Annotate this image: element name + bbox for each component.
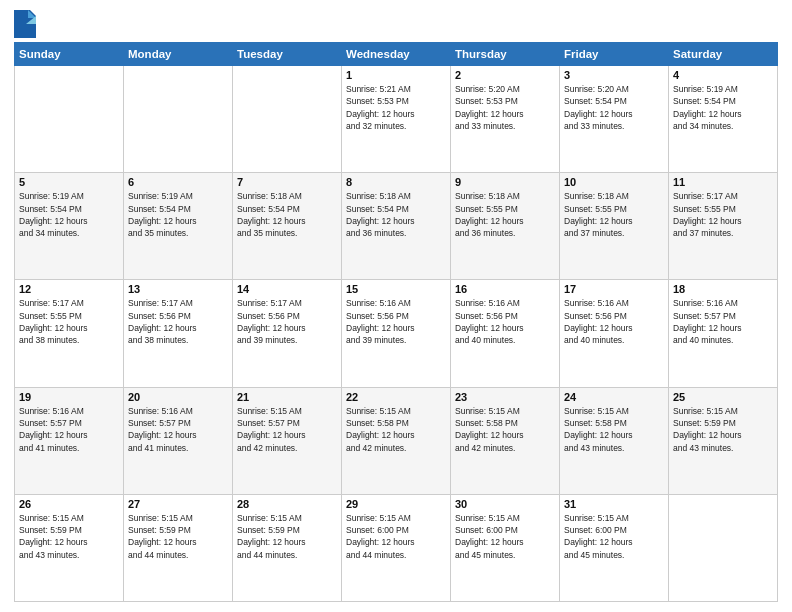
calendar-cell: 20Sunrise: 5:16 AM Sunset: 5:57 PM Dayli… — [124, 387, 233, 494]
day-number: 14 — [237, 283, 337, 295]
calendar-header-monday: Monday — [124, 43, 233, 66]
calendar-week-4: 19Sunrise: 5:16 AM Sunset: 5:57 PM Dayli… — [15, 387, 778, 494]
calendar-cell: 27Sunrise: 5:15 AM Sunset: 5:59 PM Dayli… — [124, 494, 233, 601]
day-info: Sunrise: 5:19 AM Sunset: 5:54 PM Dayligh… — [673, 83, 773, 132]
day-number: 25 — [673, 391, 773, 403]
calendar-cell: 5Sunrise: 5:19 AM Sunset: 5:54 PM Daylig… — [15, 173, 124, 280]
day-number: 7 — [237, 176, 337, 188]
day-number: 24 — [564, 391, 664, 403]
header — [14, 10, 778, 38]
calendar-cell: 22Sunrise: 5:15 AM Sunset: 5:58 PM Dayli… — [342, 387, 451, 494]
calendar-cell — [15, 66, 124, 173]
calendar-cell: 26Sunrise: 5:15 AM Sunset: 5:59 PM Dayli… — [15, 494, 124, 601]
day-number: 1 — [346, 69, 446, 81]
calendar-cell: 3Sunrise: 5:20 AM Sunset: 5:54 PM Daylig… — [560, 66, 669, 173]
calendar-cell — [669, 494, 778, 601]
calendar-header-tuesday: Tuesday — [233, 43, 342, 66]
day-number: 11 — [673, 176, 773, 188]
day-info: Sunrise: 5:15 AM Sunset: 6:00 PM Dayligh… — [564, 512, 664, 561]
day-number: 31 — [564, 498, 664, 510]
day-number: 22 — [346, 391, 446, 403]
day-info: Sunrise: 5:15 AM Sunset: 5:59 PM Dayligh… — [673, 405, 773, 454]
calendar-header-sunday: Sunday — [15, 43, 124, 66]
calendar-header-saturday: Saturday — [669, 43, 778, 66]
day-info: Sunrise: 5:20 AM Sunset: 5:54 PM Dayligh… — [564, 83, 664, 132]
day-number: 19 — [19, 391, 119, 403]
logo-icon — [14, 10, 36, 38]
day-number: 27 — [128, 498, 228, 510]
day-info: Sunrise: 5:21 AM Sunset: 5:53 PM Dayligh… — [346, 83, 446, 132]
day-info: Sunrise: 5:15 AM Sunset: 5:58 PM Dayligh… — [455, 405, 555, 454]
day-number: 28 — [237, 498, 337, 510]
calendar-week-1: 1Sunrise: 5:21 AM Sunset: 5:53 PM Daylig… — [15, 66, 778, 173]
calendar-header-friday: Friday — [560, 43, 669, 66]
calendar-week-5: 26Sunrise: 5:15 AM Sunset: 5:59 PM Dayli… — [15, 494, 778, 601]
calendar-cell: 10Sunrise: 5:18 AM Sunset: 5:55 PM Dayli… — [560, 173, 669, 280]
day-info: Sunrise: 5:17 AM Sunset: 5:55 PM Dayligh… — [19, 297, 119, 346]
calendar-cell: 31Sunrise: 5:15 AM Sunset: 6:00 PM Dayli… — [560, 494, 669, 601]
calendar-cell: 13Sunrise: 5:17 AM Sunset: 5:56 PM Dayli… — [124, 280, 233, 387]
logo — [14, 10, 38, 38]
calendar-cell: 17Sunrise: 5:16 AM Sunset: 5:56 PM Dayli… — [560, 280, 669, 387]
day-number: 6 — [128, 176, 228, 188]
day-info: Sunrise: 5:16 AM Sunset: 5:57 PM Dayligh… — [673, 297, 773, 346]
day-info: Sunrise: 5:15 AM Sunset: 6:00 PM Dayligh… — [455, 512, 555, 561]
calendar-cell: 30Sunrise: 5:15 AM Sunset: 6:00 PM Dayli… — [451, 494, 560, 601]
calendar-cell: 19Sunrise: 5:16 AM Sunset: 5:57 PM Dayli… — [15, 387, 124, 494]
day-info: Sunrise: 5:16 AM Sunset: 5:57 PM Dayligh… — [19, 405, 119, 454]
day-number: 20 — [128, 391, 228, 403]
day-number: 30 — [455, 498, 555, 510]
calendar-week-2: 5Sunrise: 5:19 AM Sunset: 5:54 PM Daylig… — [15, 173, 778, 280]
day-info: Sunrise: 5:15 AM Sunset: 6:00 PM Dayligh… — [346, 512, 446, 561]
day-info: Sunrise: 5:19 AM Sunset: 5:54 PM Dayligh… — [128, 190, 228, 239]
day-info: Sunrise: 5:16 AM Sunset: 5:56 PM Dayligh… — [346, 297, 446, 346]
calendar-cell: 16Sunrise: 5:16 AM Sunset: 5:56 PM Dayli… — [451, 280, 560, 387]
calendar-cell: 8Sunrise: 5:18 AM Sunset: 5:54 PM Daylig… — [342, 173, 451, 280]
day-info: Sunrise: 5:17 AM Sunset: 5:56 PM Dayligh… — [237, 297, 337, 346]
day-info: Sunrise: 5:15 AM Sunset: 5:58 PM Dayligh… — [564, 405, 664, 454]
day-info: Sunrise: 5:15 AM Sunset: 5:58 PM Dayligh… — [346, 405, 446, 454]
day-number: 21 — [237, 391, 337, 403]
day-info: Sunrise: 5:15 AM Sunset: 5:59 PM Dayligh… — [237, 512, 337, 561]
calendar-week-3: 12Sunrise: 5:17 AM Sunset: 5:55 PM Dayli… — [15, 280, 778, 387]
day-number: 29 — [346, 498, 446, 510]
page: SundayMondayTuesdayWednesdayThursdayFrid… — [0, 0, 792, 612]
calendar-cell: 9Sunrise: 5:18 AM Sunset: 5:55 PM Daylig… — [451, 173, 560, 280]
calendar: SundayMondayTuesdayWednesdayThursdayFrid… — [14, 42, 778, 602]
day-info: Sunrise: 5:16 AM Sunset: 5:56 PM Dayligh… — [455, 297, 555, 346]
calendar-cell: 1Sunrise: 5:21 AM Sunset: 5:53 PM Daylig… — [342, 66, 451, 173]
day-number: 8 — [346, 176, 446, 188]
calendar-cell: 25Sunrise: 5:15 AM Sunset: 5:59 PM Dayli… — [669, 387, 778, 494]
day-info: Sunrise: 5:19 AM Sunset: 5:54 PM Dayligh… — [19, 190, 119, 239]
day-info: Sunrise: 5:17 AM Sunset: 5:55 PM Dayligh… — [673, 190, 773, 239]
day-number: 23 — [455, 391, 555, 403]
calendar-cell: 4Sunrise: 5:19 AM Sunset: 5:54 PM Daylig… — [669, 66, 778, 173]
day-number: 17 — [564, 283, 664, 295]
day-info: Sunrise: 5:16 AM Sunset: 5:57 PM Dayligh… — [128, 405, 228, 454]
day-number: 13 — [128, 283, 228, 295]
day-info: Sunrise: 5:18 AM Sunset: 5:54 PM Dayligh… — [237, 190, 337, 239]
day-number: 16 — [455, 283, 555, 295]
day-number: 5 — [19, 176, 119, 188]
day-info: Sunrise: 5:15 AM Sunset: 5:57 PM Dayligh… — [237, 405, 337, 454]
day-number: 2 — [455, 69, 555, 81]
calendar-cell: 14Sunrise: 5:17 AM Sunset: 5:56 PM Dayli… — [233, 280, 342, 387]
calendar-cell: 28Sunrise: 5:15 AM Sunset: 5:59 PM Dayli… — [233, 494, 342, 601]
calendar-cell: 21Sunrise: 5:15 AM Sunset: 5:57 PM Dayli… — [233, 387, 342, 494]
calendar-cell: 15Sunrise: 5:16 AM Sunset: 5:56 PM Dayli… — [342, 280, 451, 387]
day-number: 18 — [673, 283, 773, 295]
day-info: Sunrise: 5:15 AM Sunset: 5:59 PM Dayligh… — [19, 512, 119, 561]
day-number: 9 — [455, 176, 555, 188]
calendar-cell — [233, 66, 342, 173]
day-info: Sunrise: 5:20 AM Sunset: 5:53 PM Dayligh… — [455, 83, 555, 132]
calendar-cell: 24Sunrise: 5:15 AM Sunset: 5:58 PM Dayli… — [560, 387, 669, 494]
calendar-cell: 29Sunrise: 5:15 AM Sunset: 6:00 PM Dayli… — [342, 494, 451, 601]
day-number: 4 — [673, 69, 773, 81]
day-number: 12 — [19, 283, 119, 295]
day-number: 26 — [19, 498, 119, 510]
calendar-header-wednesday: Wednesday — [342, 43, 451, 66]
day-info: Sunrise: 5:18 AM Sunset: 5:55 PM Dayligh… — [564, 190, 664, 239]
day-info: Sunrise: 5:18 AM Sunset: 5:55 PM Dayligh… — [455, 190, 555, 239]
day-info: Sunrise: 5:17 AM Sunset: 5:56 PM Dayligh… — [128, 297, 228, 346]
calendar-header-row: SundayMondayTuesdayWednesdayThursdayFrid… — [15, 43, 778, 66]
